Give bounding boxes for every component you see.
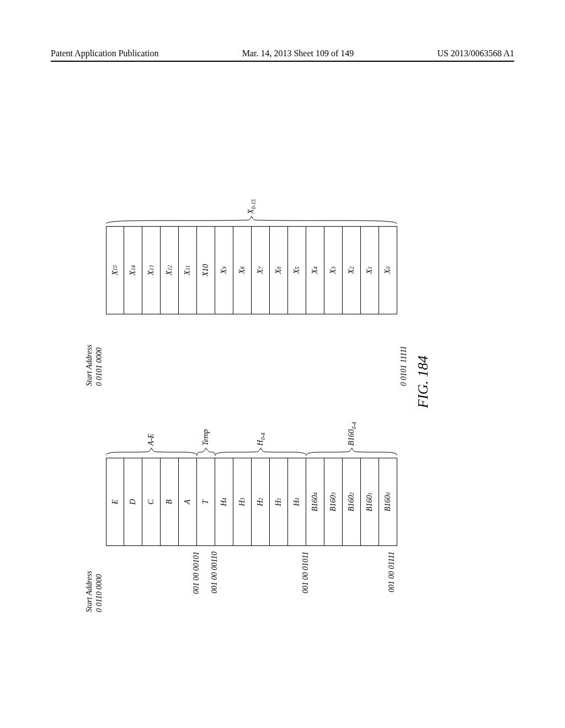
memory-cell: B1600 bbox=[379, 458, 397, 546]
left-addr-b1600: 001 00 01111 bbox=[387, 552, 396, 612]
memory-cell: D bbox=[124, 458, 142, 546]
memory-cell: H1 bbox=[270, 458, 288, 546]
group-brace bbox=[106, 448, 197, 456]
header-right: US 2013/0063568 A1 bbox=[437, 49, 514, 58]
left-addr-t: 001 00 00110 bbox=[210, 552, 219, 612]
left-start-address-title: Start Address bbox=[85, 552, 94, 612]
memory-cell: X3 bbox=[324, 226, 343, 314]
memory-cell: H4 bbox=[215, 458, 233, 546]
group-label: X0-15 bbox=[247, 199, 257, 214]
memory-cell: X1 bbox=[361, 226, 379, 314]
memory-cell: X7 bbox=[252, 226, 270, 314]
group-brace bbox=[106, 216, 397, 224]
left-memory-stack: B1600B1601B1602B1603B1604H0H1H2H3H4TABCD… bbox=[106, 458, 397, 546]
page-header: Patent Application Publication Mar. 14, … bbox=[0, 49, 565, 58]
memory-cell: T bbox=[197, 458, 215, 546]
memory-cell: B bbox=[161, 458, 179, 546]
left-addr-a: 001 00 00101 bbox=[192, 552, 201, 612]
memory-cell: X11 bbox=[179, 226, 197, 314]
memory-cell: B1603 bbox=[324, 458, 343, 546]
group-brace bbox=[306, 448, 397, 456]
memory-cell: H2 bbox=[252, 458, 270, 546]
right-bottom-address: 0 0101 11111 bbox=[399, 320, 408, 386]
memory-cell: X0 bbox=[379, 226, 397, 314]
group-brace bbox=[215, 448, 306, 456]
group-label: B1600-4 bbox=[347, 422, 357, 446]
memory-cell: E bbox=[106, 458, 124, 546]
memory-cell: X2 bbox=[343, 226, 361, 314]
memory-cell: X6 bbox=[270, 226, 288, 314]
memory-cell: B1604 bbox=[306, 458, 324, 546]
memory-cell: H3 bbox=[233, 458, 252, 546]
memory-cell: A bbox=[179, 458, 197, 546]
memory-cell: C bbox=[142, 458, 161, 546]
memory-cell: X15 bbox=[106, 226, 124, 314]
group-brace bbox=[197, 448, 215, 456]
right-start-address-title: Start Address bbox=[85, 320, 94, 386]
memory-cell: H0 bbox=[288, 458, 306, 546]
left-top-address: 0 0110 0000 bbox=[95, 552, 104, 612]
memory-cell: X4 bbox=[306, 226, 324, 314]
memory-cell: B1602 bbox=[343, 458, 361, 546]
left-addr-b1604: 001 00 01011 bbox=[301, 552, 310, 612]
memory-cell: X13 bbox=[142, 226, 161, 314]
header-rule bbox=[51, 61, 514, 62]
memory-cell: X9 bbox=[215, 226, 233, 314]
header-center: Mar. 14, 2013 Sheet 109 of 149 bbox=[242, 49, 354, 58]
figure-label: FIG. 184 bbox=[415, 356, 431, 408]
memory-cell: X8 bbox=[233, 226, 252, 314]
group-label: Temp bbox=[201, 429, 210, 446]
right-memory-stack: X0X1X2X3X4X5X6X7X8X9X10X11X12X13X14X15 bbox=[106, 226, 397, 314]
group-label: A-E bbox=[147, 433, 156, 446]
memory-cell: X5 bbox=[288, 226, 306, 314]
memory-cell: X10 bbox=[197, 226, 215, 314]
figure-canvas: Start Address 0 0110 0000 B1600B1601B160… bbox=[89, 116, 476, 612]
right-top-address: 0 0101 0000 bbox=[95, 320, 104, 386]
memory-cell: B1601 bbox=[361, 458, 379, 546]
memory-cell: X12 bbox=[161, 226, 179, 314]
group-label: H0-4 bbox=[256, 433, 266, 446]
header-left: Patent Application Publication bbox=[51, 49, 159, 58]
memory-cell: X14 bbox=[124, 226, 142, 314]
